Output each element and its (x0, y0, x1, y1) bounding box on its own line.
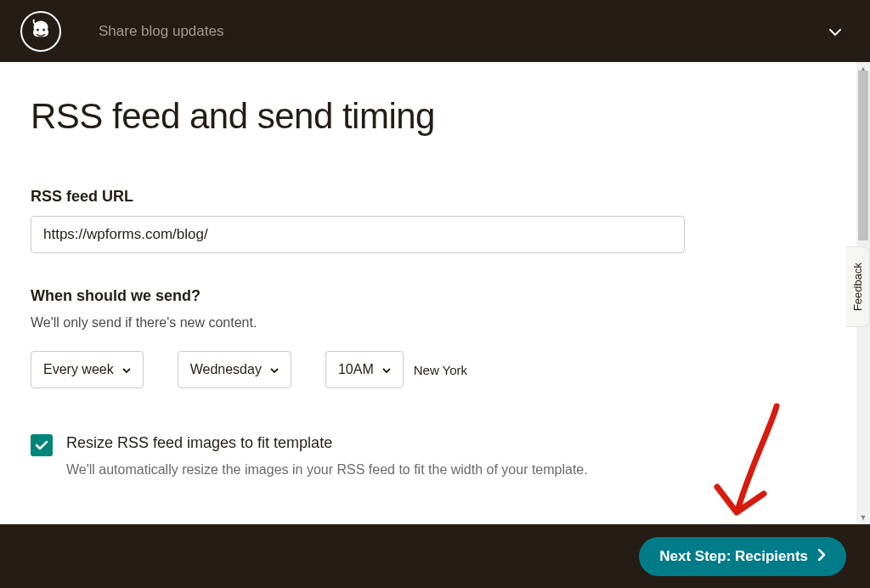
svg-point-0 (37, 28, 39, 31)
mailchimp-logo[interactable] (20, 11, 61, 52)
main-content: RSS feed and send timing RSS feed URL Wh… (0, 62, 870, 524)
resize-images-label: Resize RSS feed images to fit template (66, 434, 839, 452)
resize-images-checkbox[interactable] (31, 434, 53, 456)
timezone-label: New York (414, 363, 467, 377)
page-heading: RSS feed and send timing (31, 96, 839, 137)
day-select[interactable]: Wednesday (178, 351, 291, 388)
chevron-down-icon (382, 364, 391, 376)
rss-url-input[interactable] (31, 216, 685, 253)
resize-images-help: We'll automatically resize the images in… (66, 462, 839, 478)
chevron-down-icon (122, 364, 131, 376)
next-step-label: Next Step: Recipients (659, 548, 808, 565)
app-header: Share blog updates (0, 0, 870, 62)
send-timing-help: We'll only send if there's new content. (31, 315, 839, 331)
scrollbar-thumb[interactable] (858, 71, 868, 240)
time-select[interactable]: 10AM (325, 351, 404, 388)
svg-point-1 (42, 28, 45, 31)
chevron-right-icon (818, 548, 826, 565)
time-value: 10AM (338, 362, 374, 377)
frequency-value: Every week (43, 362, 114, 377)
feedback-tab[interactable]: Feedback (846, 246, 870, 327)
header-collapse-icon[interactable] (829, 24, 841, 39)
frequency-select[interactable]: Every week (31, 351, 144, 388)
chevron-down-icon (270, 364, 279, 376)
scroll-down-icon[interactable]: ▼ (856, 511, 870, 524)
header-title: Share blog updates (99, 23, 223, 40)
day-value: Wednesday (190, 362, 262, 377)
rss-url-label: RSS feed URL (31, 188, 839, 206)
send-timing-label: When should we send? (31, 287, 839, 305)
next-step-button[interactable]: Next Step: Recipients (639, 537, 846, 576)
footer-bar: Next Step: Recipients (0, 524, 870, 588)
